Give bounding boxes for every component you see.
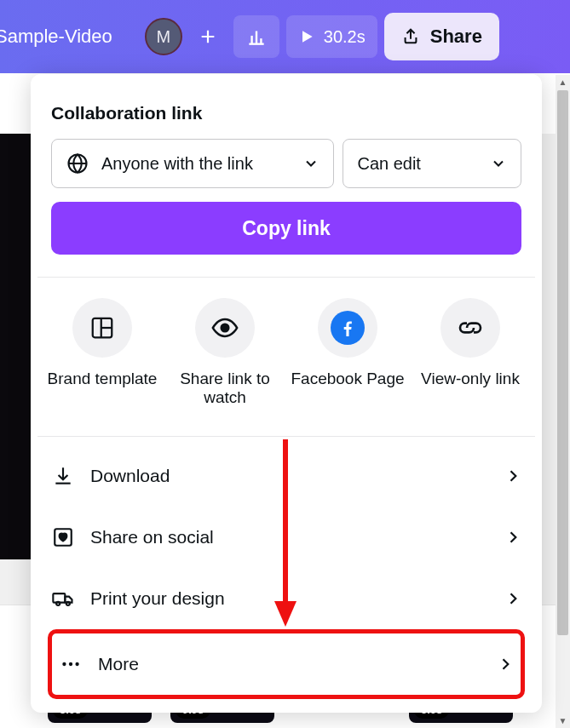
more-dots-icon [60, 653, 82, 675]
chevron-right-icon [497, 656, 514, 673]
brand-template-button[interactable]: Brand template [44, 298, 160, 407]
vertical-scrollbar[interactable]: ▲ ▼ [556, 75, 570, 728]
project-title[interactable]: Sample-Video [0, 26, 112, 48]
truck-icon [51, 587, 75, 610]
chevron-right-icon [504, 590, 521, 607]
duration-label: 30.2s [324, 27, 366, 47]
svg-point-5 [56, 602, 60, 605]
share-menu-list: Download Share on social Print your desi… [31, 437, 542, 704]
share-link-watch-button[interactable]: Share link to watch [167, 298, 283, 407]
chevron-right-icon [504, 467, 521, 484]
chevron-down-icon [302, 155, 320, 172]
share-panel-heading: Collaboration link [31, 95, 542, 139]
copy-link-button[interactable]: Copy link [51, 202, 521, 255]
scroll-up-button[interactable]: ▲ [556, 75, 570, 89]
print-menu-item[interactable]: Print your design [51, 568, 521, 629]
play-button[interactable]: 30.2s [286, 15, 377, 58]
link-icon [457, 314, 484, 341]
more-menu-item[interactable]: More [59, 633, 514, 695]
download-menu-item[interactable]: Download [51, 445, 521, 507]
heart-square-icon [52, 526, 74, 548]
chevron-right-icon [504, 529, 521, 546]
view-only-link-button[interactable]: View-only link [412, 298, 528, 407]
upload-icon [401, 27, 420, 46]
plus-icon [199, 27, 217, 46]
globe-icon [66, 152, 89, 175]
scroll-down-button[interactable]: ▼ [556, 714, 570, 728]
share-social-menu-item[interactable]: Share on social [51, 507, 521, 568]
template-icon [89, 315, 115, 341]
share-button[interactable]: Share [384, 13, 499, 60]
facebook-page-button[interactable]: Facebook Page [290, 298, 406, 407]
annotation-highlight: More [48, 629, 525, 699]
eye-icon [210, 313, 239, 342]
facebook-icon [331, 311, 365, 345]
analytics-button[interactable] [233, 15, 279, 58]
svg-point-6 [66, 602, 70, 605]
bar-chart-icon [245, 26, 268, 48]
svg-point-7 [62, 662, 66, 666]
download-icon [52, 465, 74, 487]
link-permission-select[interactable]: Can edit [343, 139, 521, 188]
user-avatar[interactable]: M [145, 18, 182, 55]
svg-point-9 [75, 662, 78, 666]
quick-share-row: Brand template Share link to watch Faceb… [31, 278, 542, 414]
scroll-thumb[interactable] [557, 90, 568, 635]
svg-point-8 [69, 662, 72, 666]
play-icon [298, 28, 315, 45]
svg-point-2 [222, 324, 229, 332]
add-collaborator-button[interactable] [189, 18, 227, 55]
share-panel: Collaboration link Anyone with the link … [31, 74, 542, 713]
chevron-down-icon [490, 155, 507, 172]
link-access-select[interactable]: Anyone with the link [51, 139, 334, 188]
top-toolbar: Sample-Video M 30.2s Share [0, 0, 570, 73]
